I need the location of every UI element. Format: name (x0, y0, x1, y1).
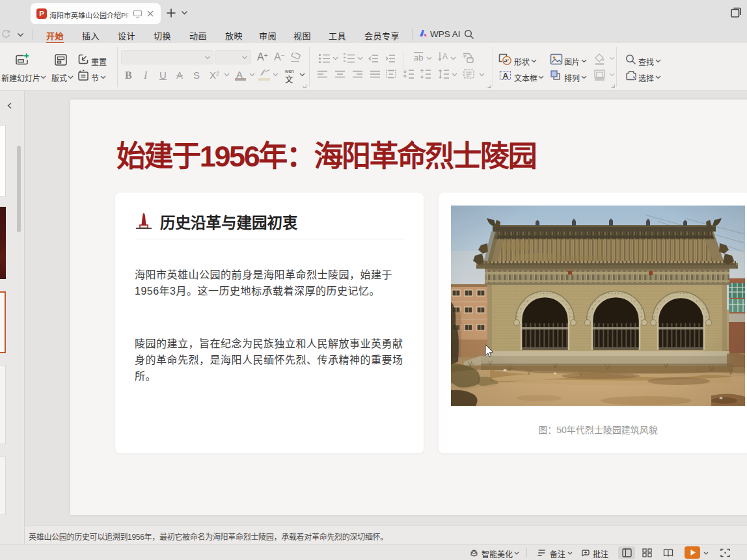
svg-text:A: A (503, 72, 509, 81)
svg-text:A: A (442, 52, 448, 61)
